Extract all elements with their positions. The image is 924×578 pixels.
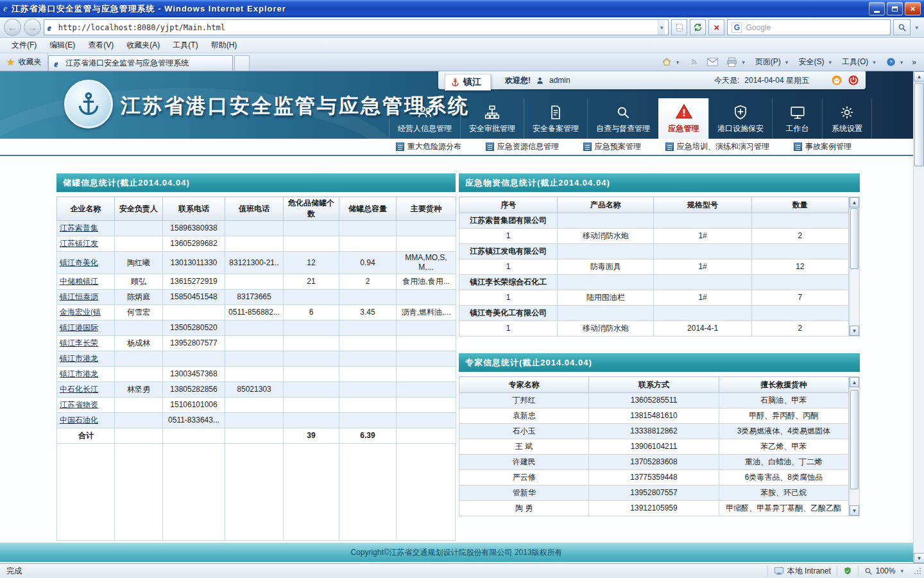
scroll-up-button[interactable]: ▲ xyxy=(914,71,924,82)
warning-icon xyxy=(675,103,693,121)
scroll-down-button[interactable]: ▼ xyxy=(914,553,924,563)
nav-item-workbench[interactable]: 工作台 xyxy=(772,98,822,139)
cell xyxy=(225,221,284,236)
nav-item-approval[interactable]: 安全审批管理 xyxy=(460,98,524,139)
tanks-panel-title: 储罐信息统计(截止2014.04.04) xyxy=(56,173,456,192)
url-field[interactable]: e http://localhost:8080/yjpt/Main.html ▾ xyxy=(44,19,669,35)
company-link[interactable]: 江苏省物资 xyxy=(60,400,98,409)
cell: 甲醇、异丙醇、丙酮 xyxy=(719,408,848,424)
star-icon: ★ xyxy=(6,57,15,68)
menu-item-0[interactable]: 文件(F) xyxy=(5,38,43,53)
company-link[interactable]: 镇江市港龙 xyxy=(60,369,98,378)
zoom-control[interactable]: 100% ▾ xyxy=(858,566,911,577)
new-tab-button[interactable] xyxy=(234,55,250,71)
menu-item-3[interactable]: 收藏夹(A) xyxy=(120,38,166,53)
tools-menu-button[interactable]: 工具(O)▾ xyxy=(838,55,882,69)
logout-button[interactable] xyxy=(848,74,859,86)
search-button[interactable] xyxy=(893,19,911,35)
company-link[interactable]: 镇江市港龙 xyxy=(60,354,98,363)
cell xyxy=(225,351,284,367)
menu-item-5[interactable]: 帮助(H) xyxy=(205,38,244,53)
back-button[interactable]: ← xyxy=(4,19,21,36)
google-icon: G xyxy=(732,22,742,33)
scroll-thumb[interactable] xyxy=(914,83,924,166)
submenu-item-case-mgmt[interactable]: 事故案例管理 xyxy=(794,141,851,152)
scroll-up-button[interactable]: ▲ xyxy=(850,197,859,207)
forward-button[interactable]: → xyxy=(24,19,41,36)
nav-item-filing[interactable]: 安全备案管理 xyxy=(524,98,587,139)
nav-item-security[interactable]: 港口设施保安 xyxy=(708,98,772,139)
cell xyxy=(397,413,456,428)
nav-item-inspection[interactable]: 自查与督查管理 xyxy=(587,98,658,139)
submenu: 重大危险源分布应急资源信息管理应急预案管理应急培训、演练和演习管理事故案例管理 xyxy=(0,139,913,156)
browser-tab[interactable]: e 江苏省港口安全监管与应急管理系统 xyxy=(48,55,233,71)
table-row: 江苏索普集15896380938 xyxy=(57,221,456,236)
refresh-button[interactable] xyxy=(690,19,706,35)
company-link[interactable]: 江苏索普集 xyxy=(60,223,98,232)
favorites-bar: ★ 收藏夹 e 江苏省港口安全监管与应急管理系统 ▾ ▾ 页面(P)▾ 安全(S… xyxy=(0,53,924,71)
company-link[interactable]: 中国石油化 xyxy=(60,416,98,425)
scroll-thumb[interactable] xyxy=(850,208,859,269)
nav-item-operators[interactable]: 经营人信息管理 xyxy=(389,98,460,139)
dashboard-content: 储罐信息统计(截止2014.04.04) 企业名称安全负责人联系电话值班电话危化… xyxy=(0,156,913,543)
supplies-scrollbar[interactable]: ▲ ▼ xyxy=(849,197,860,337)
cell: 1 xyxy=(459,259,558,275)
scroll-down-button[interactable]: ▼ xyxy=(850,326,859,336)
nav-item-settings[interactable]: 系统设置 xyxy=(822,98,872,139)
submenu-item-plan-mgmt[interactable]: 应急预案管理 xyxy=(583,141,641,152)
menu-item-2[interactable]: 查看(V) xyxy=(81,38,120,53)
experts-scrollbar[interactable]: ▲ ▼ xyxy=(849,376,860,516)
cell xyxy=(115,221,163,236)
submenu-item-resource-info[interactable]: 应急资源信息管理 xyxy=(486,141,559,152)
minimize-button[interactable] xyxy=(869,2,885,15)
company-link[interactable]: 金海宏业(镇 xyxy=(60,308,101,317)
cell: 7 xyxy=(751,290,848,306)
url-dropdown[interactable]: ▾ xyxy=(658,20,665,35)
company-link[interactable]: 镇江奇美化 xyxy=(60,258,98,267)
company-link[interactable]: 镇江港国际 xyxy=(60,323,98,332)
resize-grip[interactable] xyxy=(914,567,921,575)
scroll-down-button[interactable]: ▼ xyxy=(850,505,859,516)
cell: 1 xyxy=(459,290,558,306)
help-button[interactable]: ? ▾ xyxy=(882,55,909,69)
read-mail-button[interactable] xyxy=(703,56,722,68)
scroll-up-button[interactable]: ▲ xyxy=(850,377,859,387)
search-dropdown[interactable]: ▾ xyxy=(913,24,920,31)
print-button[interactable]: ▾ xyxy=(723,55,751,69)
cell xyxy=(115,398,163,413)
feeds-button[interactable] xyxy=(685,55,703,69)
cell: 6类毒害品、8类腐蚀品 xyxy=(719,470,848,486)
tanks-table: 企业名称安全负责人联系电话值班电话危化品储罐个数储罐总容量主要货种江苏索普集15… xyxy=(56,197,456,444)
company-link[interactable]: 中储粮镇江 xyxy=(60,277,98,286)
search-input[interactable]: G Google xyxy=(727,19,891,35)
company-link[interactable]: 江苏镇江发 xyxy=(60,239,98,248)
scroll-thumb[interactable] xyxy=(850,390,859,489)
company-link[interactable]: 中石化长江 xyxy=(60,385,98,394)
compatibility-button[interactable] xyxy=(671,19,687,35)
tools-menu-label: 工具(O) xyxy=(842,57,868,67)
portal-home-button[interactable] xyxy=(831,74,843,86)
cell: 中国石油化 xyxy=(57,413,115,428)
favorites-button[interactable]: ★ 收藏夹 xyxy=(0,53,48,71)
copyright-text: Copyright©江苏省交通规划设计院股份有限公司 2013版权所有 xyxy=(350,547,562,558)
page-menu-button[interactable]: 页面(P)▾ xyxy=(751,55,794,69)
protected-mode-indicator xyxy=(837,566,858,577)
submenu-item-hazard-distribution[interactable]: 重大危险源分布 xyxy=(396,141,461,152)
menu-item-1[interactable]: 编辑(E) xyxy=(43,38,81,53)
home-button[interactable]: ▾ xyxy=(658,55,685,69)
overflow-chevron[interactable]: » xyxy=(909,58,919,67)
submenu-item-label: 应急预案管理 xyxy=(595,141,641,152)
cell: 中石化长江 xyxy=(57,382,115,398)
nav-item-emergency[interactable]: 应急管理 xyxy=(658,98,708,139)
safety-menu-button[interactable]: 安全(S)▾ xyxy=(794,55,837,69)
company-link[interactable]: 镇江李长荣 xyxy=(60,338,98,347)
company-link[interactable]: 镇江恒泰沥 xyxy=(60,292,98,301)
page-scrollbar[interactable]: ▲ ▼ xyxy=(913,71,924,563)
stop-button[interactable]: × xyxy=(708,19,724,35)
submenu-item-training-mgmt[interactable]: 应急培训、演练和演习管理 xyxy=(665,141,769,152)
table-row: 中国石油化0511-833643... xyxy=(57,413,456,428)
maximize-button[interactable] xyxy=(887,2,903,15)
menu-item-4[interactable]: 工具(T) xyxy=(166,38,204,53)
ie-icon: e xyxy=(3,3,8,14)
close-button[interactable]: × xyxy=(905,2,921,15)
